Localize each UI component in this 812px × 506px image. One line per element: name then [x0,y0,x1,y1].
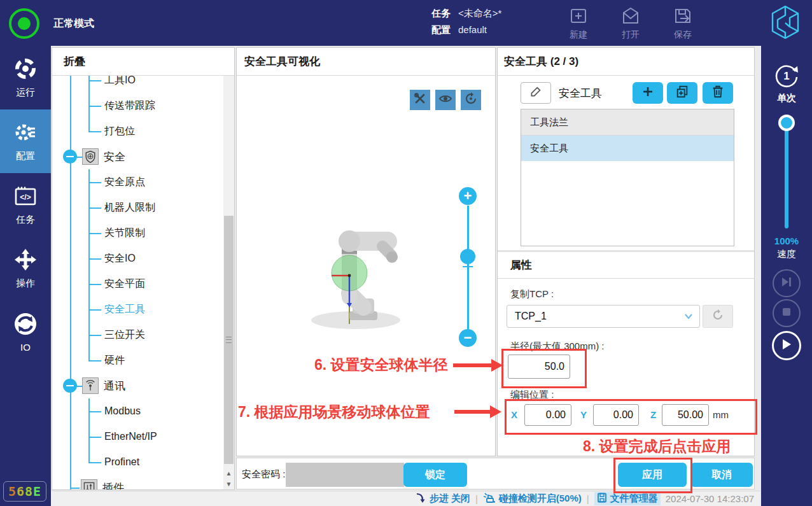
tree-item-safety-home[interactable]: 安全原点 [52,169,223,195]
scroll-up-button[interactable]: ▲ [223,468,234,479]
step-mode-status[interactable]: 步进 关闭 [415,492,470,505]
unit-label: mm [713,409,729,420]
trash-icon [711,85,725,101]
tree-item-tool-io[interactable]: 工具IO [52,76,223,93]
add-tool-button[interactable] [633,82,663,104]
run-icon [13,57,38,83]
duplicate-tool-button[interactable] [667,82,697,104]
copy-tcp-label: 复制TCP : [510,288,554,300]
play-button[interactable] [772,331,801,360]
visibility-button[interactable] [435,90,456,110]
tree-group-safety[interactable]: 安全 [52,144,223,169]
collision-icon [483,492,496,505]
open-task-button[interactable]: 打开 [611,4,650,42]
tree-item-safety-planes[interactable]: 安全平面 [52,271,223,297]
config-tree: 工具IO 传送带跟踪 打包位 安全 安全原点 机器人限制 关节限制 安全IO 安… [52,76,223,489]
skip-icon [780,276,793,290]
rotate-view-button[interactable] [461,90,481,110]
stop-button[interactable] [773,299,801,327]
bottom-controls-bar: 安全密码 : 锁定 应用 取消 [236,458,755,489]
safety-password-label: 安全密码 : [242,468,285,481]
new-task-label: 新建 [570,29,587,41]
safety-password-input[interactable] [286,463,404,487]
scroll-down-button[interactable]: ▼ [223,479,234,489]
tcp-select[interactable]: TCP_1 [507,305,700,328]
tree-item-packing-position[interactable]: 打包位 [52,118,223,144]
brand-logo-icon [769,4,802,43]
refresh-tcp-button[interactable] [703,305,733,328]
position-x-input[interactable] [524,404,571,426]
tree-item-safety-io[interactable]: 安全IO [52,246,223,271]
properties-title: 属性 [510,258,532,272]
single-cycle-icon[interactable]: 1 [772,60,801,92]
z-axis-label: Z [650,409,656,420]
tree-scrollbar[interactable]: ▲ ▼ [223,76,234,489]
speed-value: 100% [761,235,812,246]
speed-slider-handle[interactable] [778,115,795,131]
sidebar-item-label: 运行 [16,87,35,99]
mode-status-icon [9,8,39,39]
sidebar-item-label: IO [20,342,31,353]
zoom-slider-track[interactable] [467,206,469,329]
lock-button[interactable]: 锁定 [403,463,467,487]
sidebar-item-io[interactable]: IO [0,300,51,364]
zoom-slider-handle[interactable] [460,249,475,264]
config-label: 配置 [431,24,451,35]
tree-item-robot-limits[interactable]: 机器人限制 [52,195,223,220]
tree-item-joint-limits[interactable]: 关节限制 [52,220,223,246]
tree-item-ethernet-ip[interactable]: EtherNet/IP [52,424,223,449]
file-manager-button[interactable]: 文件管理器 [594,492,661,505]
run-control-sidebar: 1 单次 100% 速度 [761,46,812,506]
zoom-out-button[interactable]: − [459,329,477,347]
tools-icon [414,92,426,108]
delete-tool-button[interactable] [703,82,733,104]
code-window-icon: </> [13,184,38,210]
y-axis-label: Y [580,409,587,420]
sidebar-item-task[interactable]: </> 任务 [0,173,51,237]
sidebar-item-operate[interactable]: 操作 [0,237,51,300]
file-manager-icon [597,493,607,505]
task-value: <未命名>* [458,8,501,18]
apply-button[interactable]: 应用 [618,463,687,487]
status-bar: 步进 关闭 | 碰撞检测开启(50%) | 文件管理器 2024-07-30 1… [52,491,760,506]
zoom-in-button[interactable]: + [459,187,477,205]
config-value: default [458,24,487,35]
collapse-minus-icon[interactable] [63,150,77,164]
edit-position-label: 编辑位置 : [510,389,554,401]
tree-group-communication[interactable]: 通讯 [52,373,223,398]
sidebar-item-config[interactable]: 配置 [0,109,51,173]
stop-icon [782,307,791,319]
radius-input[interactable] [508,355,570,379]
tree-scrollbar-thumb[interactable] [224,216,234,464]
view-tools-button[interactable] [410,90,430,110]
new-task-button[interactable]: 新建 [559,4,598,42]
tree-item-conveyor-tracking[interactable]: 传送带跟踪 [52,93,223,118]
tree-item-hardware[interactable]: 硬件 [52,348,223,373]
tool-list-item-safety-tool[interactable]: 安全工具 [521,136,734,161]
tool-list-item-flange[interactable]: 工具法兰 [521,109,734,136]
tree-item-three-position-switch[interactable]: 三位开关 [52,322,223,348]
timestamp: 2024-07-30 14:23:07 [666,493,754,504]
step-forward-button[interactable] [773,269,801,297]
cancel-button[interactable]: 取消 [690,463,753,487]
save-task-button[interactable]: 保存 [663,4,703,42]
single-cycle-label: 单次 [761,92,812,104]
tree-group-plugins[interactable]: 插件 [52,475,223,489]
left-nav-sidebar: 运行 配置 </> 任务 操作 IO 568E [0,46,51,506]
rename-tool-button[interactable] [521,82,551,104]
position-z-input[interactable] [662,404,709,426]
collapse-minus-icon[interactable] [63,379,77,393]
collision-detection-status[interactable]: 碰撞检测开启(50%) [483,492,582,505]
robot-3d-view[interactable] [293,211,433,334]
rotate-icon [464,92,478,108]
tree-item-profinet[interactable]: Profinet [52,449,223,475]
tree-item-safety-tool[interactable]: 安全工具 [52,297,223,322]
sidebar-item-run[interactable]: 运行 [0,46,51,109]
eye-icon [438,92,452,108]
tree-item-modbus[interactable]: Modbus [52,398,223,424]
new-file-icon [568,6,589,28]
open-icon [620,6,641,28]
position-y-input[interactable] [593,404,639,426]
speed-slider-track[interactable] [785,124,788,228]
tree-panel-title[interactable]: 折叠 [52,48,234,76]
